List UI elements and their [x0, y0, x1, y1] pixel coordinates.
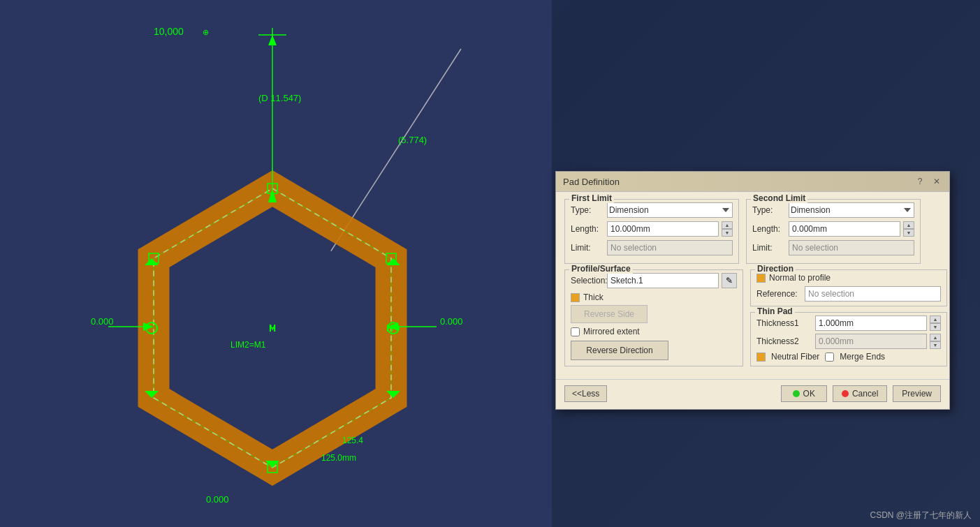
- svg-text:V: V: [270, 324, 275, 332]
- limits-row: First Limit Type: Dimension Length: ▲ ▼: [564, 199, 941, 264]
- second-limit-input[interactable]: [789, 240, 914, 255]
- cad-drawing: 10,000 ⊕ (D 11.547) (5.774) 0.000 0.000 …: [0, 0, 552, 527]
- svg-text:0.000: 0.000: [91, 316, 114, 327]
- edit-selection-button[interactable]: ✎: [722, 273, 737, 288]
- first-limit-label2: Limit:: [571, 243, 604, 253]
- first-type-select[interactable]: Dimension: [607, 202, 733, 218]
- thickness1-spinner: ▲ ▼: [930, 316, 941, 331]
- second-length-input[interactable]: [789, 221, 900, 237]
- thickness2-label: Thickness2: [756, 336, 812, 346]
- right-column: Direction Normal to profile Reference: T…: [750, 269, 947, 366]
- second-limit-label: Second Limit: [751, 193, 807, 203]
- second-length-label: Length:: [752, 224, 786, 234]
- thick-row: Thick: [571, 292, 737, 302]
- ok-button[interactable]: OK: [781, 385, 827, 402]
- dialog-controls: ? ✕: [914, 176, 942, 187]
- ok-label: OK: [803, 389, 815, 399]
- dialog-titlebar: Pad Definition ? ✕: [556, 172, 949, 192]
- close-button[interactable]: ✕: [931, 176, 942, 187]
- thickness1-label: Thickness1: [756, 318, 812, 328]
- second-type-row: Type: Dimension: [752, 202, 914, 218]
- pad-definition-dialog: Pad Definition ? ✕ First Limit Type: Dim…: [555, 171, 950, 410]
- ok-green-dot: [793, 390, 800, 397]
- first-limit-group: First Limit Type: Dimension Length: ▲ ▼: [564, 199, 739, 264]
- mirrored-checkbox[interactable]: [571, 327, 580, 336]
- first-limit-label: First Limit: [569, 193, 614, 203]
- second-limit-group: Second Limit Type: Dimension Length: ▲ ▼: [746, 199, 921, 264]
- dialog-footer: <<Less OK Cancel Preview: [556, 379, 949, 409]
- thickness2-spinner: ▲ ▼: [930, 334, 941, 349]
- cancel-red-dot: [842, 390, 849, 397]
- thick-label: Thick: [583, 292, 604, 302]
- direction-label: Direction: [755, 264, 796, 274]
- second-length-down[interactable]: ▼: [903, 229, 914, 237]
- first-limit-row: Limit:: [571, 240, 733, 255]
- neutral-fiber-row: Neutral Fiber Merge Ends: [756, 352, 941, 362]
- reverse-side-area: Reverse Side: [571, 305, 737, 323]
- svg-text:⊕: ⊕: [203, 28, 209, 36]
- dialog-title: Pad Definition: [563, 177, 620, 187]
- thickness2-up[interactable]: ▲: [930, 334, 941, 341]
- svg-text:H: H: [386, 322, 393, 334]
- thin-pad-group: Thin Pad Thickness1 ▲ ▼ Thickness2 ▲: [750, 312, 947, 366]
- thickness2-row: Thickness2 ▲ ▼: [756, 334, 941, 349]
- mirrored-row: Mirrored extent: [571, 327, 737, 336]
- reverse-side-button[interactable]: Reverse Side: [571, 305, 648, 323]
- thickness1-down[interactable]: ▼: [930, 323, 941, 331]
- svg-text:125.4: 125.4: [342, 436, 363, 445]
- reverse-direction-area: Reverse Direction: [571, 341, 737, 360]
- profile-surface-label: Profile/Surface: [569, 264, 633, 274]
- reference-input[interactable]: [805, 286, 941, 302]
- thick-color-indicator: [571, 293, 580, 302]
- reverse-direction-button[interactable]: Reverse Direction: [571, 341, 668, 360]
- thickness1-row: Thickness1 ▲ ▼: [756, 316, 941, 331]
- neutral-fiber-label: Neutral Fiber: [771, 352, 819, 362]
- first-limit-input[interactable]: [607, 240, 733, 255]
- merge-ends-checkbox[interactable]: [825, 352, 834, 362]
- normal-color-indicator: [756, 274, 766, 283]
- profile-surface-group: Profile/Surface Selection: ✎ Thick Rever…: [564, 269, 743, 366]
- svg-text:125.0mm: 125.0mm: [321, 453, 356, 463]
- second-type-select[interactable]: Dimension: [789, 202, 914, 218]
- profile-direction-row: Profile/Surface Selection: ✎ Thick Rever…: [564, 269, 941, 366]
- second-type-label: Type:: [752, 205, 786, 215]
- svg-text:0.000: 0.000: [440, 316, 463, 327]
- neutral-fiber-indicator: [756, 352, 766, 362]
- normal-to-profile-label: Normal to profile: [769, 273, 831, 283]
- svg-text:0.000: 0.000: [206, 494, 229, 505]
- thickness2-down[interactable]: ▼: [930, 341, 941, 349]
- cancel-label: Cancel: [852, 389, 878, 399]
- first-type-label: Type:: [571, 205, 604, 215]
- reference-label: Reference:: [756, 289, 802, 299]
- first-length-spinner: ▲ ▼: [722, 221, 733, 237]
- first-length-input[interactable]: [607, 221, 719, 237]
- reference-row: Reference:: [756, 286, 941, 302]
- cancel-button[interactable]: Cancel: [833, 385, 887, 402]
- first-length-down[interactable]: ▼: [722, 229, 733, 237]
- first-length-label: Length:: [571, 224, 604, 234]
- second-length-row: Length: ▲ ▼: [752, 221, 914, 237]
- svg-text:(5.774): (5.774): [398, 135, 427, 145]
- second-length-spinner: ▲ ▼: [903, 221, 914, 237]
- svg-text:10,000: 10,000: [154, 26, 184, 37]
- selection-input[interactable]: [607, 273, 719, 288]
- first-length-row: Length: ▲ ▼: [571, 221, 733, 237]
- selection-row: Selection: ✎: [571, 273, 737, 288]
- dialog-body: First Limit Type: Dimension Length: ▲ ▼: [556, 192, 949, 373]
- help-button[interactable]: ?: [914, 176, 926, 187]
- svg-text:(D 11.547): (D 11.547): [258, 93, 301, 103]
- thickness1-input[interactable]: [815, 316, 927, 331]
- first-type-row: Type: Dimension: [571, 202, 733, 218]
- thickness2-input[interactable]: [815, 334, 927, 349]
- selection-label: Selection:: [571, 276, 604, 285]
- second-limit-row: Limit:: [752, 240, 914, 255]
- thickness1-up[interactable]: ▲: [930, 316, 941, 323]
- first-length-up[interactable]: ▲: [722, 221, 733, 229]
- watermark: CSDN @注册了七年的新人: [870, 510, 972, 521]
- preview-button[interactable]: Preview: [893, 385, 941, 402]
- second-length-up[interactable]: ▲: [903, 221, 914, 229]
- thin-pad-label: Thin Pad: [755, 306, 795, 316]
- less-button[interactable]: <<Less: [564, 385, 607, 402]
- svg-text:LIM2=M1: LIM2=M1: [231, 340, 266, 350]
- mirrored-label: Mirrored extent: [583, 327, 640, 336]
